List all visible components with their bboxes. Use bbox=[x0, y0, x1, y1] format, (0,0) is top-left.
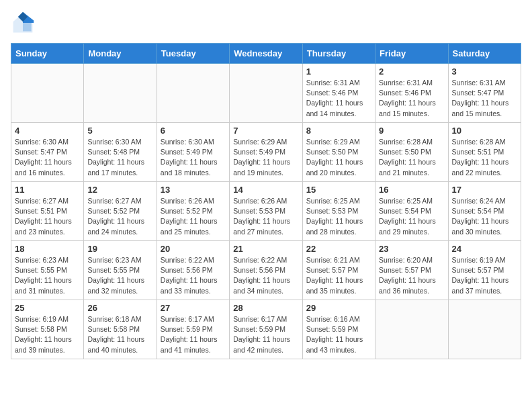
calendar-week-row: 1Sunrise: 6:31 AMSunset: 5:46 PMDaylight… bbox=[11, 64, 521, 123]
calendar-cell: 28Sunrise: 6:17 AMSunset: 5:59 PMDayligh… bbox=[230, 300, 302, 359]
day-info: Sunrise: 6:27 AMSunset: 5:51 PMDaylight:… bbox=[15, 196, 80, 237]
day-info: Sunrise: 6:29 AMSunset: 5:49 PMDaylight:… bbox=[233, 137, 298, 178]
day-number: 25 bbox=[15, 303, 80, 313]
day-number: 20 bbox=[161, 244, 226, 254]
day-info: Sunrise: 6:28 AMSunset: 5:50 PMDaylight:… bbox=[379, 137, 444, 178]
calendar-cell: 7Sunrise: 6:29 AMSunset: 5:49 PMDaylight… bbox=[230, 123, 302, 182]
calendar-cell: 25Sunrise: 6:19 AMSunset: 5:58 PMDayligh… bbox=[11, 300, 84, 359]
day-number: 19 bbox=[87, 244, 152, 254]
day-number: 17 bbox=[452, 185, 517, 195]
day-number: 26 bbox=[87, 303, 152, 313]
day-info: Sunrise: 6:30 AMSunset: 5:47 PMDaylight:… bbox=[15, 137, 80, 178]
calendar-cell bbox=[375, 300, 448, 359]
calendar-week-row: 4Sunrise: 6:30 AMSunset: 5:47 PMDaylight… bbox=[11, 123, 521, 182]
day-number: 15 bbox=[306, 185, 371, 195]
day-info: Sunrise: 6:16 AMSunset: 5:59 PMDaylight:… bbox=[306, 314, 371, 355]
calendar-body: 1Sunrise: 6:31 AMSunset: 5:46 PMDaylight… bbox=[11, 64, 521, 359]
day-info: Sunrise: 6:25 AMSunset: 5:53 PMDaylight:… bbox=[306, 196, 371, 237]
day-info: Sunrise: 6:26 AMSunset: 5:52 PMDaylight:… bbox=[161, 196, 226, 237]
day-of-week-header: Friday bbox=[375, 44, 448, 64]
calendar-cell: 15Sunrise: 6:25 AMSunset: 5:53 PMDayligh… bbox=[302, 182, 375, 241]
day-info: Sunrise: 6:27 AMSunset: 5:52 PMDaylight:… bbox=[87, 196, 152, 237]
day-of-week-header: Monday bbox=[84, 44, 157, 64]
day-number: 29 bbox=[306, 303, 371, 313]
day-number: 13 bbox=[161, 185, 226, 195]
day-number: 24 bbox=[452, 244, 517, 254]
calendar-cell: 18Sunrise: 6:23 AMSunset: 5:55 PMDayligh… bbox=[11, 241, 84, 300]
logo bbox=[11, 11, 38, 35]
day-info: Sunrise: 6:18 AMSunset: 5:58 PMDaylight:… bbox=[87, 314, 152, 355]
day-info: Sunrise: 6:30 AMSunset: 5:48 PMDaylight:… bbox=[87, 137, 152, 178]
day-of-week-header: Sunday bbox=[11, 44, 84, 64]
calendar-cell: 21Sunrise: 6:22 AMSunset: 5:56 PMDayligh… bbox=[230, 241, 302, 300]
calendar-cell: 11Sunrise: 6:27 AMSunset: 5:51 PMDayligh… bbox=[11, 182, 84, 241]
page-header bbox=[11, 11, 521, 35]
logo-icon bbox=[11, 11, 35, 35]
day-number: 10 bbox=[452, 126, 517, 136]
day-of-week-header: Tuesday bbox=[157, 44, 229, 64]
day-number: 18 bbox=[15, 244, 80, 254]
calendar-cell: 12Sunrise: 6:27 AMSunset: 5:52 PMDayligh… bbox=[84, 182, 157, 241]
day-info: Sunrise: 6:23 AMSunset: 5:55 PMDaylight:… bbox=[87, 255, 152, 296]
calendar-cell bbox=[84, 64, 157, 123]
day-number: 27 bbox=[161, 303, 226, 313]
calendar-cell: 2Sunrise: 6:31 AMSunset: 5:46 PMDaylight… bbox=[375, 64, 448, 123]
day-info: Sunrise: 6:31 AMSunset: 5:46 PMDaylight:… bbox=[379, 78, 444, 119]
day-number: 11 bbox=[15, 185, 80, 195]
day-number: 7 bbox=[233, 126, 298, 136]
day-number: 9 bbox=[379, 126, 444, 136]
calendar-cell: 17Sunrise: 6:24 AMSunset: 5:54 PMDayligh… bbox=[448, 182, 521, 241]
calendar-cell bbox=[11, 64, 84, 123]
calendar-cell: 3Sunrise: 6:31 AMSunset: 5:47 PMDaylight… bbox=[448, 64, 521, 123]
calendar-cell: 20Sunrise: 6:22 AMSunset: 5:56 PMDayligh… bbox=[157, 241, 229, 300]
day-number: 6 bbox=[161, 126, 226, 136]
calendar-cell: 19Sunrise: 6:23 AMSunset: 5:55 PMDayligh… bbox=[84, 241, 157, 300]
day-of-week-header: Wednesday bbox=[230, 44, 302, 64]
day-number: 2 bbox=[379, 66, 444, 77]
day-info: Sunrise: 6:29 AMSunset: 5:50 PMDaylight:… bbox=[306, 137, 371, 178]
calendar-cell: 13Sunrise: 6:26 AMSunset: 5:52 PMDayligh… bbox=[157, 182, 229, 241]
day-info: Sunrise: 6:17 AMSunset: 5:59 PMDaylight:… bbox=[161, 314, 226, 355]
calendar-cell: 4Sunrise: 6:30 AMSunset: 5:47 PMDaylight… bbox=[11, 123, 84, 182]
day-info: Sunrise: 6:28 AMSunset: 5:51 PMDaylight:… bbox=[452, 137, 517, 178]
calendar-cell: 29Sunrise: 6:16 AMSunset: 5:59 PMDayligh… bbox=[302, 300, 375, 359]
calendar-cell: 10Sunrise: 6:28 AMSunset: 5:51 PMDayligh… bbox=[448, 123, 521, 182]
day-info: Sunrise: 6:19 AMSunset: 5:57 PMDaylight:… bbox=[452, 255, 517, 296]
calendar-cell: 1Sunrise: 6:31 AMSunset: 5:46 PMDaylight… bbox=[302, 64, 375, 123]
calendar-week-row: 25Sunrise: 6:19 AMSunset: 5:58 PMDayligh… bbox=[11, 300, 521, 359]
calendar-header: SundayMondayTuesdayWednesdayThursdayFrid… bbox=[11, 44, 521, 64]
day-info: Sunrise: 6:24 AMSunset: 5:54 PMDaylight:… bbox=[452, 196, 517, 237]
day-info: Sunrise: 6:21 AMSunset: 5:57 PMDaylight:… bbox=[306, 255, 371, 296]
calendar-cell: 8Sunrise: 6:29 AMSunset: 5:50 PMDaylight… bbox=[302, 123, 375, 182]
calendar-cell bbox=[157, 64, 229, 123]
day-info: Sunrise: 6:26 AMSunset: 5:53 PMDaylight:… bbox=[233, 196, 298, 237]
calendar-cell bbox=[448, 300, 521, 359]
calendar-cell bbox=[230, 64, 302, 123]
calendar-cell: 24Sunrise: 6:19 AMSunset: 5:57 PMDayligh… bbox=[448, 241, 521, 300]
calendar-cell: 27Sunrise: 6:17 AMSunset: 5:59 PMDayligh… bbox=[157, 300, 229, 359]
calendar-cell: 6Sunrise: 6:30 AMSunset: 5:49 PMDaylight… bbox=[157, 123, 229, 182]
day-number: 28 bbox=[233, 303, 298, 313]
day-of-week-header: Saturday bbox=[448, 44, 521, 64]
calendar-cell: 9Sunrise: 6:28 AMSunset: 5:50 PMDaylight… bbox=[375, 123, 448, 182]
day-number: 8 bbox=[306, 126, 371, 136]
day-number: 23 bbox=[379, 244, 444, 254]
day-number: 21 bbox=[233, 244, 298, 254]
day-number: 22 bbox=[306, 244, 371, 254]
calendar-week-row: 18Sunrise: 6:23 AMSunset: 5:55 PMDayligh… bbox=[11, 241, 521, 300]
day-number: 16 bbox=[379, 185, 444, 195]
day-info: Sunrise: 6:23 AMSunset: 5:55 PMDaylight:… bbox=[15, 255, 80, 296]
day-info: Sunrise: 6:31 AMSunset: 5:46 PMDaylight:… bbox=[306, 78, 371, 119]
day-number: 4 bbox=[15, 126, 80, 136]
day-number: 5 bbox=[87, 126, 152, 136]
day-info: Sunrise: 6:19 AMSunset: 5:58 PMDaylight:… bbox=[15, 314, 80, 355]
calendar-cell: 26Sunrise: 6:18 AMSunset: 5:58 PMDayligh… bbox=[84, 300, 157, 359]
day-number: 3 bbox=[452, 66, 517, 77]
day-info: Sunrise: 6:25 AMSunset: 5:54 PMDaylight:… bbox=[379, 196, 444, 237]
calendar-cell: 5Sunrise: 6:30 AMSunset: 5:48 PMDaylight… bbox=[84, 123, 157, 182]
day-number: 1 bbox=[306, 66, 371, 77]
day-number: 12 bbox=[87, 185, 152, 195]
calendar-cell: 23Sunrise: 6:20 AMSunset: 5:57 PMDayligh… bbox=[375, 241, 448, 300]
header-row: SundayMondayTuesdayWednesdayThursdayFrid… bbox=[11, 44, 521, 64]
calendar-cell: 14Sunrise: 6:26 AMSunset: 5:53 PMDayligh… bbox=[230, 182, 302, 241]
